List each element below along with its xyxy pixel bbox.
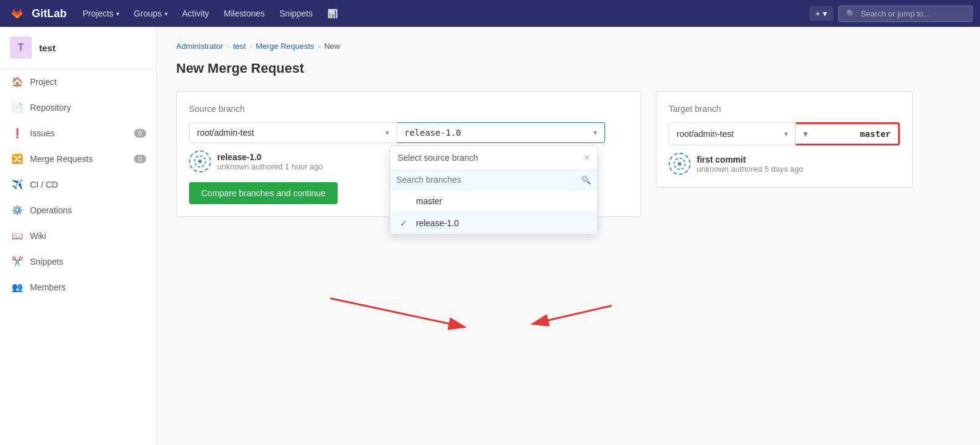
sidebar-item-repository[interactable]: 📄 Repository	[0, 95, 156, 120]
project-name: test	[39, 43, 56, 53]
sidebar-item-project[interactable]: 🏠 Project	[0, 69, 156, 95]
source-branch-chevron-icon: ▾	[593, 128, 597, 137]
dropdown-close-icon[interactable]: ×	[584, 152, 590, 163]
sidebar-item-label: Repository	[30, 103, 71, 112]
namespace-select-value: root/admin-test	[197, 128, 254, 138]
namespace-chevron-icon: ▾	[385, 128, 389, 137]
target-namespace-select[interactable]: root/admin-test ▾	[669, 122, 796, 145]
dropdown-header: Select source branch ×	[390, 146, 597, 170]
members-icon: 👥	[12, 282, 23, 293]
sidebar-item-snippets[interactable]: ✂️ Snippets	[0, 249, 156, 274]
top-nav-actions: + ▾ 🔍 Search or jump to...	[809, 6, 973, 22]
merge-requests-badge: 0	[134, 155, 146, 163]
global-search-bar[interactable]: 🔍 Search or jump to...	[838, 6, 973, 22]
new-item-button[interactable]: + ▾	[809, 6, 833, 21]
page-title: New Merge Request	[176, 61, 960, 76]
gitlab-logo[interactable]: GitLab	[7, 4, 67, 23]
sidebar-item-label: Project	[30, 77, 57, 87]
wiki-icon: 📖	[12, 230, 23, 241]
nav-projects[interactable]: Projects ▾	[76, 0, 125, 27]
operations-icon: ⚙️	[12, 205, 23, 216]
snippets-icon: ✂️	[12, 256, 23, 267]
target-namespace-value: root/admin-test	[677, 129, 733, 139]
target-namespace-chevron-icon: ▾	[784, 130, 788, 138]
target-branch-details: first commit unknown authored 5 days ago	[697, 155, 803, 174]
merge-requests-icon: 🔀	[12, 153, 23, 164]
home-icon: 🏠	[12, 76, 23, 87]
breadcrumb-current: New	[324, 42, 340, 51]
gitlab-text: GitLab	[32, 7, 67, 20]
top-nav: GitLab Projects ▾ Groups ▾ Activity Mile…	[0, 0, 980, 27]
branch-master-label: master	[416, 196, 442, 206]
source-branch-dropdown: Select source branch × 🔍 master ✓	[390, 145, 598, 235]
nav-snippets[interactable]: Snippets	[273, 0, 319, 27]
projects-chevron-icon: ▾	[116, 10, 119, 17]
breadcrumb-admin[interactable]: Administrator	[176, 42, 223, 51]
target-panel: Target branch root/admin-test ▾ ▾ master	[656, 91, 913, 188]
sidebar-item-label: Wiki	[30, 231, 46, 241]
source-branch-details: release-1.0 unknown authored 1 hour ago	[217, 152, 323, 171]
target-panel-title: Target branch	[669, 104, 900, 114]
sidebar-item-issues[interactable]: ❗ Issues 0	[0, 120, 156, 146]
sidebar: T test 🏠 Project 📄 Repository ❗ Issues 0…	[0, 27, 157, 445]
search-icon: 🔍	[846, 9, 856, 18]
sidebar-item-wiki[interactable]: 📖 Wiki	[0, 223, 156, 249]
sidebar-item-label: Operations	[30, 205, 72, 215]
target-branch-info: first commit unknown authored 5 days ago	[669, 145, 900, 175]
target-branch-name: first commit	[697, 155, 803, 164]
breadcrumb-merge-requests[interactable]: Merge Requests	[256, 42, 314, 51]
main-layout: T test 🏠 Project 📄 Repository ❗ Issues 0…	[0, 27, 980, 445]
target-branch-select[interactable]: ▾ master	[796, 122, 900, 145]
target-branch-avatar	[669, 153, 691, 175]
target-branch-value: master	[859, 129, 891, 139]
sidebar-project-header: T test	[0, 27, 156, 69]
dropdown-title: Select source branch	[398, 153, 478, 163]
repository-icon: 📄	[12, 102, 23, 113]
dropdown-list: master ✓ release-1.0	[390, 190, 597, 234]
search-icon: 🔍	[581, 175, 591, 185]
nav-milestones[interactable]: Milestones	[218, 0, 271, 27]
source-branch-select[interactable]: release-1.0 ▾	[397, 122, 605, 143]
sidebar-item-ci-cd[interactable]: ✈️ CI / CD	[0, 172, 156, 197]
nav-chart-icon[interactable]: 📊	[321, 0, 344, 27]
groups-chevron-icon: ▾	[165, 10, 168, 17]
target-branch-meta: unknown authored 5 days ago	[697, 164, 803, 174]
source-branch-value: release-1.0	[404, 128, 461, 138]
branch-selectors: root/admin-test ▾ release-1.0 ▾	[189, 122, 628, 143]
dropdown-search[interactable]: 🔍	[390, 170, 597, 190]
compare-button[interactable]: Compare branches and continue	[189, 182, 338, 204]
namespace-select[interactable]: root/admin-test ▾	[189, 122, 397, 143]
target-branch-chevron-left-icon: ▾	[803, 129, 807, 139]
sidebar-item-merge-requests[interactable]: 🔀 Merge Requests 0	[0, 146, 156, 172]
sidebar-item-members[interactable]: 👥 Members	[0, 274, 156, 300]
breadcrumb-test[interactable]: test	[233, 42, 246, 51]
sidebar-item-operations[interactable]: ⚙️ Operations	[0, 197, 156, 223]
source-branch-avatar	[189, 150, 211, 172]
target-selectors: root/admin-test ▾ ▾ master	[669, 122, 900, 145]
sidebar-item-label: Issues	[30, 128, 54, 138]
branch-release-label: release-1.0	[416, 218, 459, 228]
source-branch-meta: unknown authored 1 hour ago	[217, 162, 323, 171]
source-panel: Source branch root/admin-test ▾ release-…	[176, 91, 641, 217]
source-branch-name: release-1.0	[217, 152, 323, 162]
cicd-icon: ✈️	[12, 179, 23, 190]
check-icon: ✓	[400, 219, 410, 228]
sidebar-item-label: CI / CD	[30, 180, 58, 189]
main-content: Administrator › test › Merge Requests › …	[157, 27, 980, 445]
breadcrumb: Administrator › test › Merge Requests › …	[176, 42, 960, 51]
sidebar-item-label: Members	[30, 282, 65, 292]
source-panel-title: Source branch	[189, 104, 628, 114]
branch-panels: Source branch root/admin-test ▾ release-…	[176, 91, 960, 217]
avatar: T	[10, 37, 32, 59]
dropdown-item-release[interactable]: ✓ release-1.0	[390, 212, 597, 234]
issues-icon: ❗	[12, 128, 23, 139]
search-input[interactable]	[396, 175, 576, 185]
dropdown-item-master[interactable]: master	[390, 190, 597, 212]
svg-point-3	[678, 162, 681, 166]
plus-chevron-icon: ▾	[823, 9, 827, 18]
sidebar-item-label: Merge Requests	[30, 154, 93, 164]
sidebar-item-label: Snippets	[30, 257, 63, 267]
issues-badge: 0	[134, 129, 146, 138]
nav-activity[interactable]: Activity	[176, 0, 215, 27]
nav-groups[interactable]: Groups ▾	[128, 0, 174, 27]
